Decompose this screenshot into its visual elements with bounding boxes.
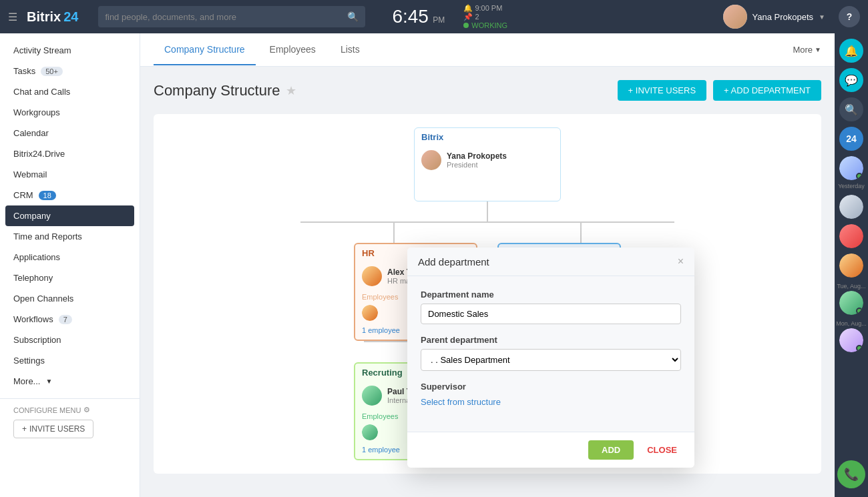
search-bar[interactable]: 🔍 xyxy=(98,6,365,27)
tab-company-structure[interactable]: Company Structure xyxy=(154,35,256,65)
modal-close-icon[interactable]: × xyxy=(678,256,684,268)
sidebar-item-activity-stream[interactable]: Activity Stream xyxy=(0,40,140,61)
page-title-row: Company Structure ★ + INVITE USERS + ADD… xyxy=(154,80,821,101)
sidebar-item-label: CRM xyxy=(13,190,33,200)
chat-icon[interactable]: 💬 xyxy=(839,68,863,92)
sidebar-bottom: CONFIGURE MENU ⚙ + INVITE USERS xyxy=(0,398,140,445)
sidebar-item-tasks[interactable]: Tasks 50+ xyxy=(0,61,140,81)
workflows-badge: 7 xyxy=(59,315,72,324)
help-button[interactable]: ? xyxy=(839,6,860,27)
invite-users-button[interactable]: + INVITE USERS xyxy=(13,420,93,438)
search-input[interactable] xyxy=(105,12,347,22)
sidebar-item-label: More... xyxy=(13,376,40,386)
parent-dept-select[interactable]: . . Sales Department xyxy=(421,349,681,371)
status-label: WORKING xyxy=(471,21,507,29)
tab-label: Company Structure xyxy=(164,44,245,55)
tab-label: Lists xyxy=(341,44,360,55)
modal-title: Add department xyxy=(418,256,489,268)
more-tab-label: More xyxy=(793,45,813,55)
contact-avatar-1[interactable] xyxy=(839,156,863,180)
sidebar-item-bitrix24drive[interactable]: Bitrix24.Drive xyxy=(0,143,140,164)
add-department-modal: Add department × Department name Parent … xyxy=(407,247,694,468)
sidebar-item-subscription[interactable]: Subscription xyxy=(0,330,140,350)
avatar xyxy=(723,5,747,29)
add-button[interactable]: ADD xyxy=(588,440,634,460)
sidebar-item-workgroups[interactable]: Workgroups xyxy=(0,102,140,123)
rs-group3: Mon, Aug... xyxy=(836,320,867,352)
sidebar-item-label: Webmail xyxy=(13,169,47,179)
sidebar-item-label: Bitrix24.Drive xyxy=(13,149,65,159)
crm-badge: 18 xyxy=(39,191,56,200)
phone-button[interactable]: 📞 xyxy=(837,460,865,488)
bitrix24-icon[interactable]: 24 xyxy=(839,127,863,151)
sidebar-item-calendar[interactable]: Calendar xyxy=(0,123,140,143)
user-name: Yana Prokopets xyxy=(752,12,814,22)
contact-avatar-2[interactable] xyxy=(839,195,863,219)
close-modal-button[interactable]: CLOSE xyxy=(640,440,684,460)
user-section[interactable]: Yana Prokopets ▼ xyxy=(723,5,825,29)
brand-logo[interactable]: Bitrix 24 xyxy=(27,9,78,25)
sidebar-item-label: Open Channels xyxy=(13,294,73,304)
more-dropdown-icon: ▼ xyxy=(45,378,52,385)
sidebar-item-applications[interactable]: Applications xyxy=(0,247,140,268)
tab-employees[interactable]: Employees xyxy=(259,35,327,65)
pin-count: 📌 2 xyxy=(463,13,507,21)
contact-avatar-6[interactable] xyxy=(839,328,863,352)
contact-avatar-3[interactable] xyxy=(839,224,863,248)
avatar-image xyxy=(839,254,863,278)
online-indicator xyxy=(856,173,863,179)
invite-users-label: INVITE USERS xyxy=(29,424,85,434)
contact-avatar-4[interactable] xyxy=(839,254,863,278)
sidebar: Activity Stream Tasks 50+ Chat and Calls… xyxy=(0,33,140,497)
time-ampm: PM xyxy=(433,15,445,25)
configure-menu[interactable]: CONFIGURE MENU ⚙ xyxy=(13,406,126,414)
sidebar-item-workflows[interactable]: Workflows 7 xyxy=(0,309,140,330)
online-indicator xyxy=(856,345,863,352)
brand-number: 24 xyxy=(63,9,78,25)
date-label: Mon, Aug... xyxy=(836,320,867,327)
configure-menu-label: CONFIGURE MENU xyxy=(13,406,81,414)
sidebar-item-telephony[interactable]: Telephony xyxy=(0,268,140,288)
online-indicator xyxy=(856,308,863,314)
sidebar-item-webmail[interactable]: Webmail xyxy=(0,164,140,185)
invite-users-button[interactable]: + INVITE USERS xyxy=(618,80,707,101)
sidebar-item-more[interactable]: More... ▼ xyxy=(0,371,140,392)
rs-group2: Tue, Aug... xyxy=(837,283,865,315)
dept-name-label: Department name xyxy=(421,290,681,300)
main-layout: Activity Stream Tasks 50+ Chat and Calls… xyxy=(0,33,868,497)
search-icon[interactable]: 🔍 xyxy=(839,97,863,121)
more-tab[interactable]: More ▼ xyxy=(793,45,821,55)
user-dropdown-icon: ▼ xyxy=(819,13,825,21)
sidebar-item-label: Applications xyxy=(13,252,60,262)
add-department-label: + ADD DEPARTMENT xyxy=(724,85,811,95)
sidebar-item-company[interactable]: Company xyxy=(5,205,134,226)
sidebar-item-label: Workflows xyxy=(13,314,53,324)
top-navigation: ☰ Bitrix 24 🔍 6:45 PM 🔔 9:00 PM 📌 2 WORK… xyxy=(0,0,868,33)
sidebar-item-settings[interactable]: Settings xyxy=(0,350,140,371)
sidebar-item-chat-calls[interactable]: Chat and Calls xyxy=(0,81,140,102)
parent-dept-group: Parent department . . Sales Department xyxy=(421,335,681,371)
supervisor-group: Supervisor Select from structure xyxy=(421,382,681,408)
content-body: Company Structure ★ + INVITE USERS + ADD… xyxy=(140,67,835,497)
page-title-text: Company Structure xyxy=(154,82,280,99)
hamburger-icon[interactable]: ☰ xyxy=(8,11,17,23)
avatar-image xyxy=(839,224,863,248)
notifications-icon[interactable]: 🔔 xyxy=(839,39,863,63)
dept-name-input[interactable] xyxy=(421,304,681,324)
sidebar-item-crm[interactable]: CRM 18 xyxy=(0,185,140,205)
tab-lists[interactable]: Lists xyxy=(330,35,371,65)
sidebar-item-open-channels[interactable]: Open Channels xyxy=(0,288,140,309)
star-icon[interactable]: ★ xyxy=(286,83,296,98)
sidebar-item-label: Subscription xyxy=(13,335,61,345)
modal-footer: ADD CLOSE xyxy=(407,432,694,468)
contact-avatar-5[interactable] xyxy=(839,291,863,315)
add-department-button[interactable]: + ADD DEPARTMENT xyxy=(713,80,821,101)
sidebar-item-label: Chat and Calls xyxy=(13,87,70,97)
sidebar-item-label: Settings xyxy=(13,356,45,366)
gear-icon: ⚙ xyxy=(83,406,90,414)
select-from-structure-link[interactable]: Select from structure xyxy=(421,397,501,407)
brand-name: Bitrix xyxy=(27,9,61,25)
sidebar-item-time-reports[interactable]: Time and Reports xyxy=(0,226,140,247)
org-chart: Bitrix Yana Prokopets President xyxy=(154,114,821,474)
action-buttons: + INVITE USERS + ADD DEPARTMENT xyxy=(618,80,821,101)
